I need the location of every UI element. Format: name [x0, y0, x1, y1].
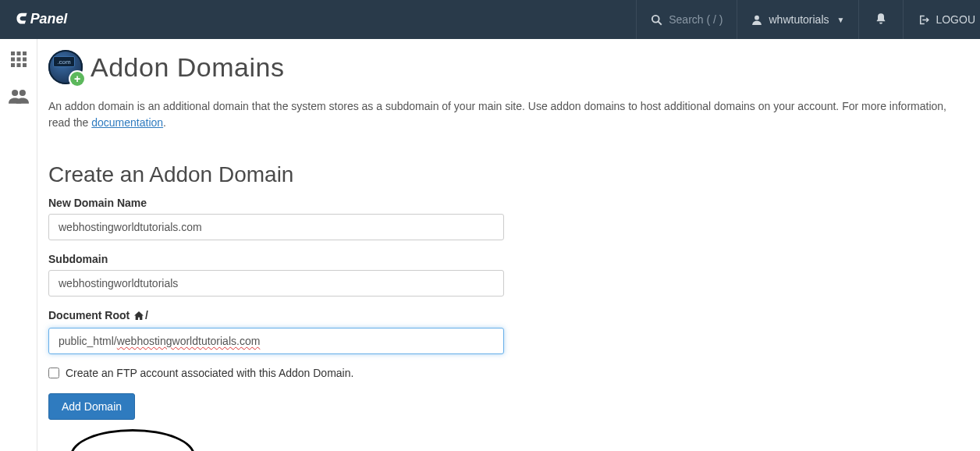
logout-label: LOGOU	[936, 13, 975, 26]
page-header: .com + Addon Domains	[48, 50, 969, 84]
new-domain-group: New Domain Name	[48, 197, 969, 240]
home-icon	[133, 311, 144, 323]
svg-rect-4	[11, 51, 15, 55]
svg-line-2	[659, 21, 662, 24]
document-root-input[interactable]: public_html/webhostingworldtutorials.com	[48, 328, 504, 354]
navbar-username: whwtutorials	[769, 13, 829, 26]
new-domain-label: New Domain Name	[48, 197, 969, 209]
search-placeholder-text: Search ( / )	[669, 13, 723, 26]
svg-rect-11	[16, 63, 20, 67]
chevron-down-icon: ▼	[837, 16, 845, 24]
navbar-logout[interactable]: LOGOU	[903, 0, 980, 39]
navbar-notifications[interactable]	[858, 0, 903, 39]
new-domain-input[interactable]	[48, 214, 504, 240]
svg-text:Panel: Panel	[30, 11, 69, 27]
svg-point-1	[652, 15, 659, 22]
plus-badge-icon: +	[70, 72, 84, 86]
document-root-label: Document Root /	[48, 309, 969, 323]
svg-rect-6	[23, 51, 27, 55]
navbar-user-menu[interactable]: whwtutorials ▼	[737, 0, 858, 39]
navbar-search[interactable]: Search ( / )	[636, 0, 737, 39]
left-sidebar	[0, 39, 37, 451]
subdomain-group: Subdomain	[48, 253, 969, 297]
svg-rect-12	[23, 63, 27, 67]
page-title: Addon Domains	[91, 52, 284, 83]
bell-icon	[875, 12, 887, 27]
logout-icon	[918, 14, 929, 26]
documentation-link[interactable]: documentation	[91, 116, 163, 129]
ftp-checkbox[interactable]	[48, 368, 59, 378]
sidebar-users-icon[interactable]	[9, 87, 29, 108]
svg-point-13	[12, 90, 18, 96]
subdomain-label: Subdomain	[48, 253, 969, 265]
ftp-checkbox-row: Create an FTP account associated with th…	[48, 367, 969, 379]
sidebar-apps-icon[interactable]	[9, 50, 28, 72]
svg-rect-9	[23, 58, 27, 62]
ftp-checkbox-label: Create an FTP account associated with th…	[66, 367, 353, 379]
svg-point-14	[19, 90, 25, 96]
intro-text: An addon domain is an additional domain …	[48, 98, 969, 131]
svg-point-3	[755, 16, 760, 20]
svg-rect-10	[11, 63, 15, 67]
cpanel-logo[interactable]: Panel	[14, 0, 100, 39]
svg-rect-7	[11, 58, 15, 62]
main-content: .com + Addon Domains An addon domain is …	[37, 39, 980, 451]
subdomain-input[interactable]	[48, 270, 504, 297]
svg-rect-8	[16, 58, 20, 62]
add-domain-button[interactable]: Add Domain	[48, 393, 135, 420]
addon-domains-icon: .com +	[48, 50, 83, 84]
section-title: Create an Addon Domain	[48, 162, 969, 187]
annotation-circle	[70, 429, 195, 451]
document-root-group: Document Root / public_html/webhostingwo…	[48, 309, 969, 354]
search-icon	[651, 14, 662, 26]
top-navbar: Panel Search ( / ) whwtutorials ▼ LOGOU	[0, 0, 980, 39]
svg-rect-5	[16, 51, 20, 55]
user-icon	[751, 14, 762, 25]
